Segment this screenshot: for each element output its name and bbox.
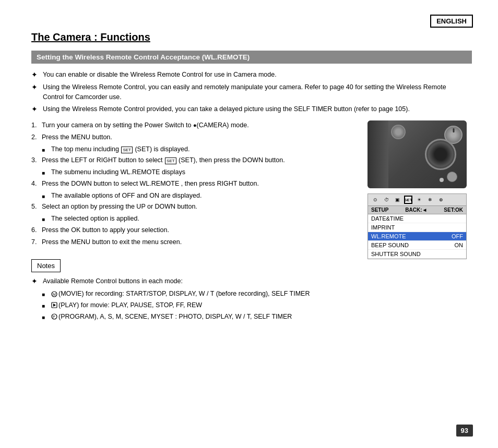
step-4-num: 4. <box>31 179 42 189</box>
intro-bullet-1-text: You can enable or disable the Wireless R… <box>43 70 277 80</box>
section-header: Setting the Wireless Remote Control Acce… <box>31 51 472 64</box>
square-bullet-icon: ■ <box>42 192 49 200</box>
step-4-text: Press the DOWN button to select WL.REMOT… <box>42 179 359 189</box>
menu-display: ⊙ ⏱ ▣ SET ☀ ❄ ⊕ SETUP BACK:◄ SET:OK <box>367 193 467 259</box>
step-2-sub-1-text: The top menu including SET (SET) is disp… <box>51 144 189 154</box>
camera-body-graphic <box>367 120 467 188</box>
square-bullet-icon: ■ <box>42 302 49 310</box>
step-2-text: Press the MENU button. <box>42 132 359 142</box>
notes-sub-2: ■ (PLAY) for movie: PLAY, PAUSE, STOP, F… <box>42 300 359 310</box>
page-title: The Camera : Functions <box>31 31 472 43</box>
square-bullet-icon: ■ <box>42 290 49 298</box>
menu-icon-timer: ⏱ <box>382 196 390 204</box>
menu-icon-clock: ⊙ <box>371 196 380 204</box>
step-5-text: Select an option by pressing the UP or D… <box>42 202 359 212</box>
menu-icon-cam: ▣ <box>393 196 401 204</box>
step-3-sub-1: ■ The submenu including WL.REMOTE displa… <box>42 167 359 177</box>
menu-row-shutter: SHUTTER SOUND <box>368 250 466 259</box>
step-3-sub-1-text: The submenu including WL.REMOTE displays <box>51 167 185 177</box>
menu-header-back: BACK:◄ <box>405 207 427 213</box>
step-5-sub-1: ■ The selected option is applied. <box>42 214 359 224</box>
notes-section: Notes ✦ Available Remote Control buttons… <box>31 252 359 321</box>
square-bullet-icon: ■ <box>42 146 49 154</box>
step-7: 7. Press the MENU button to exit the men… <box>31 237 359 247</box>
camera-grip <box>367 120 388 188</box>
menu-row-imprint-label: IMPRINT <box>371 224 395 231</box>
step-2-sub-1: ■ The top menu including SET (SET) is di… <box>42 144 359 154</box>
step-6-text: Press the OK button to apply your select… <box>42 225 359 235</box>
bullet-cross-icon: ✦ <box>31 105 39 113</box>
page-number: 93 <box>456 425 473 437</box>
menu-icon-globe: ⊕ <box>437 196 445 204</box>
camera-dial <box>391 125 406 139</box>
step-4-sub-1-text: The available options of OFF and ON are … <box>51 191 201 201</box>
camera-control-dial <box>447 172 457 182</box>
square-bullet-icon: ■ <box>42 313 49 321</box>
menu-row-imprint: IMPRINT <box>368 223 466 232</box>
menu-row-datetime-label: DATE&TIME <box>371 215 404 222</box>
step-6-num: 6. <box>31 225 42 235</box>
step-4-sub-1: ■ The available options of OFF and ON ar… <box>42 191 359 201</box>
language-badge: ENGLISH <box>430 15 473 28</box>
menu-icon-snow: ❄ <box>426 196 434 204</box>
step-7-num: 7. <box>31 237 42 247</box>
page: ENGLISH The Camera : Functions Setting t… <box>0 0 498 448</box>
menu-row-beep-value: ON <box>455 242 464 248</box>
step-5-sub-1-text: The selected option is applied. <box>51 214 139 224</box>
notes-sub-3-text: P(PROGRAM), A, S, M, SCENE, MYSET : PHOT… <box>51 312 292 322</box>
bullet-cross-icon: ✦ <box>31 83 39 91</box>
square-bullet-icon: ■ <box>42 169 49 177</box>
notes-sub-3: ■ P(PROGRAM), A, S, M, SCENE, MYSET : PH… <box>42 312 359 322</box>
step-1: 1. Turn your camera on by setting the Po… <box>31 120 359 130</box>
intro-bullet-2-text: Using the Wireless Remote Control, you c… <box>43 82 461 102</box>
step-3-num: 3. <box>31 155 42 165</box>
menu-icon-sun: ☀ <box>415 196 423 204</box>
notes-sub-1: ■ M(MOVIE) for recording: START/STOP, DI… <box>42 289 359 299</box>
right-column: ⊙ ⏱ ▣ SET ☀ ❄ ⊕ SETUP BACK:◄ SET:OK <box>367 120 472 323</box>
menu-row-shutter-label: SHUTTER SOUND <box>371 251 421 257</box>
svg-marker-3 <box>53 304 56 307</box>
notes-label: Notes <box>31 259 61 272</box>
menu-row-beep-label: BEEP SOUND <box>371 242 409 248</box>
step-1-num: 1. <box>31 120 42 130</box>
menu-row-wlremote-value: OFF <box>452 233 463 239</box>
menu-row-beep: BEEP SOUND ON <box>368 241 466 250</box>
intro-bullet-1: ✦ You can enable or disable the Wireless… <box>31 70 472 80</box>
steps-column: 1. Turn your camera on by setting the Po… <box>31 120 359 323</box>
camera-lens <box>425 139 456 170</box>
menu-header-setup: SETUP <box>371 207 388 213</box>
bullet-cross-icon: ✦ <box>31 70 39 79</box>
step-2: 2. Press the MENU button. <box>31 132 359 142</box>
notes-bullet-1: ✦ Available Remote Control buttons in ea… <box>31 276 359 286</box>
intro-bullet-2: ✦ Using the Wireless Remote Control, you… <box>31 82 472 102</box>
step-4: 4. Press the DOWN button to select WL.RE… <box>31 179 359 189</box>
notes-sub-1-text: M(MOVIE) for recording: START/STOP, DISP… <box>51 289 310 299</box>
step-7-text: Press the MENU button to exit the menu s… <box>42 237 359 247</box>
square-bullet-icon: ■ <box>42 215 49 223</box>
menu-row-wlremote: WL.REMOTE OFF <box>368 232 466 241</box>
step-3: 3. Press the LEFT or RIGHT button to sel… <box>31 155 359 165</box>
steps-list: 1. Turn your camera on by setting the Po… <box>31 120 359 247</box>
bullet-cross-icon: ✦ <box>31 277 39 285</box>
intro-bullet-3: ✦ Using the Wireless Remote Control prov… <box>31 104 472 114</box>
step-6: 6. Press the OK button to apply your sel… <box>31 225 359 235</box>
svg-text:P: P <box>53 315 55 319</box>
step-2-num: 2. <box>31 132 42 142</box>
main-content: 1. Turn your camera on by setting the Po… <box>31 120 472 323</box>
menu-header-setok: SET:OK <box>444 207 463 213</box>
notes-sub-2-text: (PLAY) for movie: PLAY, PAUSE, STOP, FF,… <box>51 300 202 310</box>
menu-icons-row: ⊙ ⏱ ▣ SET ☀ ❄ ⊕ <box>368 194 466 206</box>
step-5: 5. Select an option by pressing the UP o… <box>31 202 359 212</box>
menu-header-row: SETUP BACK:◄ SET:OK <box>368 206 466 214</box>
step-5-num: 5. <box>31 202 42 212</box>
svg-text:M: M <box>53 293 56 296</box>
menu-icon-set: SET <box>404 196 412 204</box>
step-1-text: Turn your camera on by setting the Power… <box>42 120 359 130</box>
camera-button-1 <box>440 178 444 182</box>
camera-photo <box>367 120 467 188</box>
menu-rows: DATE&TIME IMPRINT WL.REMOTE OFF BEEP SOU… <box>368 214 466 259</box>
step-3-text: Press the LEFT or RIGHT button to select… <box>42 155 359 165</box>
intro-bullet-3-text: Using the Wireless Remote Control provid… <box>43 104 410 114</box>
intro-bullets: ✦ You can enable or disable the Wireless… <box>31 70 472 114</box>
notes-bullet-1-text: Available Remote Control buttons in each… <box>43 276 183 286</box>
